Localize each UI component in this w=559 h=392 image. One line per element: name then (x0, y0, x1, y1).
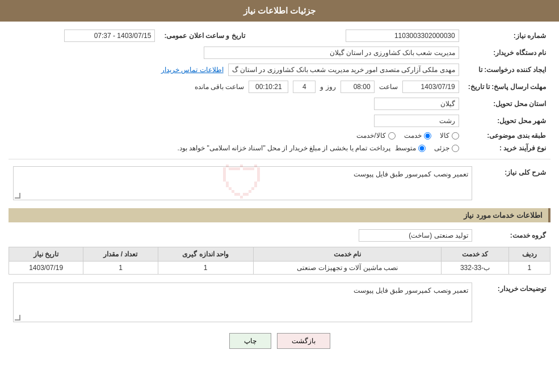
general-desc-row: شرح کلی نیاز: تعمیر ونصب کمپرسور طبق فای… (9, 164, 550, 203)
table-row: 1 ب-33-332 نصب ماشین آلات و تجهیزات صنعت… (9, 262, 550, 275)
purchase-jozi-label: جزئی (434, 144, 449, 152)
remaining-time-box: 00:10:21 (249, 81, 288, 93)
delivery-province-value: گیلان (9, 95, 464, 112)
need-number-label: شماره نیاز: (464, 27, 550, 44)
col-date: تاریخ نیاز (9, 247, 83, 262)
need-number-row: شماره نیاز: 1103003302000030 تاریخ و ساع… (9, 27, 550, 44)
delivery-city-value: رشت (9, 112, 464, 129)
category-radio-kala-khedmat[interactable] (388, 132, 396, 140)
buyer-desc-table: توضیحات خریدار: تعمیر ونصب کمپرسور طبق ف… (9, 280, 550, 324)
announce-time-label: تاریخ و ساعت اعلان عمومی: (159, 27, 249, 44)
response-day-label: روز و (320, 83, 335, 91)
col-service-name: نام خدمت (253, 247, 442, 262)
service-group-box: تولید صنعتی (ساخت) (359, 229, 472, 242)
category-radio-kala[interactable] (452, 132, 459, 140)
services-section-title: اطلاعات خدمات مورد نیاز (9, 208, 550, 222)
request-creator-box: مهدی ملکی آزارکی متصدی امور خرید مدیریت … (228, 64, 459, 76)
page-title: جزئیات اطلاعات نیاز (243, 6, 316, 15)
col-service-code: کد خدمت (442, 247, 508, 262)
request-creator-value: مهدی ملکی آزارکی متصدی امور خرید مدیریت … (9, 61, 464, 78)
purchase-type-option-mottavaset: متوسط (395, 144, 426, 152)
general-desc-container: تعمیر ونصب کمپرسور طبق فایل پیوست 🛡 (13, 166, 472, 200)
back-button[interactable]: بازگشت (277, 333, 330, 349)
delivery-province-row: استان محل تحویل: گیلان (9, 95, 550, 112)
category-khedmat-label: خدمت (404, 132, 422, 140)
category-kala-khedmat-label: کالا/خدمت (356, 132, 385, 140)
response-time-box: 08:00 (341, 81, 375, 93)
general-desc-label: شرح کلی نیاز: (477, 164, 550, 203)
remaining-label: ساعت باقی مانده (195, 83, 245, 91)
services-table-head: ردیف کد خدمت نام خدمت واحد اندازه گیری ت… (9, 247, 550, 262)
buyer-desc-row: توضیحات خریدار: تعمیر ونصب کمپرسور طبق ف… (9, 280, 550, 324)
service-name-cell: نصب ماشین آلات و تجهیزات صنعتی (253, 262, 442, 275)
purchase-type-radio-jozi[interactable] (452, 145, 459, 152)
buyer-desc-box: تعمیر ونصب کمپرسور طبق فایل پیوست (13, 283, 472, 322)
main-info-table: شماره نیاز: 1103003302000030 تاریخ و ساع… (9, 27, 550, 154)
service-group-table: گروه خدمت: تولید صنعتی (ساخت) (9, 227, 550, 244)
page-wrapper: جزئیات اطلاعات نیاز شماره نیاز: 11030033… (0, 0, 559, 392)
date-cell: 1403/07/19 (9, 262, 83, 275)
response-deadline-value: 1403/07/19 ساعت 08:00 روز و 4 00:10:21 س… (9, 78, 464, 95)
unit-cell: 1 (158, 262, 253, 275)
general-desc-text: تعمیر ونصب کمپرسور طبق فایل پیوست (354, 170, 468, 178)
delivery-city-row: شهر محل تحویل: رشت (9, 112, 550, 129)
delivery-city-label: شهر محل تحویل: (464, 112, 550, 129)
purchase-type-label: نوع فرآیند خرید : (464, 142, 550, 154)
general-desc-box: تعمیر ونصب کمپرسور طبق فایل پیوست 🛡 (13, 166, 472, 200)
watermark: 🛡 (220, 157, 266, 209)
buyer-org-row: نام دستگاه خریدار: مدیریت شعب بانک کشاور… (9, 44, 550, 61)
category-radio-group: کالا خدمت کالا/خدمت (13, 132, 459, 140)
buyer-org-box: مدیریت شعب بانک کشاورزی در استان گیلان (204, 47, 459, 59)
buyer-desc-container: تعمیر ونصب کمپرسور طبق فایل پیوست (13, 283, 472, 322)
separator-1 (9, 159, 550, 159)
request-creator-row: ایجاد کننده درخواست: تا مهدی ملکی آزارکی… (9, 61, 550, 78)
announce-time-box: 1403/07/15 - 07:37 (64, 29, 155, 42)
response-deadline-label: مهلت ارسال پاسخ: تا تاریخ: (464, 78, 550, 95)
purchase-type-radio-group: جزئی متوسط (395, 144, 459, 152)
services-table: ردیف کد خدمت نام خدمت واحد اندازه گیری ت… (9, 247, 550, 275)
buyer-desc-text: تعمیر ونصب کمپرسور طبق فایل پیوست (354, 286, 468, 294)
purchase-type-option-jozi: جزئی (434, 144, 459, 152)
col-unit: واحد اندازه گیری (158, 247, 253, 262)
purchase-type-radio-mottavaset[interactable] (418, 145, 426, 152)
service-code-cell: ب-33-332 (442, 262, 508, 275)
response-date-box: 1403/07/19 (402, 81, 459, 93)
request-creator-label: ایجاد کننده درخواست: تا (464, 61, 550, 78)
deadline-row-flex: 1403/07/19 ساعت 08:00 روز و 4 00:10:21 س… (13, 81, 459, 93)
purchase-note: پرداخت تمام یا بخشی از مبلغ خریدار از مح… (177, 144, 390, 152)
category-label: طبقه بندی موضوعی: (464, 129, 550, 142)
response-days-box: 4 (293, 81, 316, 93)
print-button[interactable]: چاپ (229, 333, 271, 349)
delivery-province-box: گیلان (374, 98, 459, 110)
response-deadline-row: مهلت ارسال پاسخ: تا تاریخ: 1403/07/19 سا… (9, 78, 550, 95)
need-number-value: 1103003302000030 (278, 27, 464, 44)
general-desc-value: تعمیر ونصب کمپرسور طبق فایل پیوست 🛡 (9, 164, 477, 203)
buyer-desc-resize-handle[interactable] (15, 315, 20, 321)
buyer-org-label: نام دستگاه خریدار: (464, 44, 550, 61)
category-option-kala: کالا (440, 132, 459, 140)
category-option-kala-khedmat: کالا/خدمت (356, 132, 395, 140)
purchase-mottavaset-label: متوسط (395, 144, 416, 152)
delivery-province-label: استان محل تحویل: (464, 95, 550, 112)
resize-handle[interactable] (15, 193, 20, 199)
contact-info-link[interactable]: اطلاعات تماس خریدار (161, 66, 224, 74)
buyer-desc-value: تعمیر ونصب کمپرسور طبق فایل پیوست (9, 280, 477, 324)
purchase-type-row: نوع فرآیند خرید : جزئی متوسط (9, 142, 550, 154)
response-time-label: ساعت (379, 83, 398, 91)
category-option-khedmat: خدمت (404, 132, 431, 140)
purchase-type-flex: جزئی متوسط پرداخت تمام یا بخشی از مبلغ خ… (13, 144, 459, 152)
buttons-row: بازگشت چاپ (9, 333, 550, 349)
col-row-num: ردیف (508, 247, 550, 262)
service-group-row: گروه خدمت: تولید صنعتی (ساخت) (9, 227, 550, 244)
general-desc-table: شرح کلی نیاز: تعمیر ونصب کمپرسور طبق فای… (9, 164, 550, 203)
quantity-cell: 1 (83, 262, 158, 275)
buyer-desc-label: توضیحات خریدار: (477, 280, 550, 324)
buyer-org-value: مدیریت شعب بانک کشاورزی در استان گیلان (9, 44, 464, 61)
row-num-cell: 1 (508, 262, 550, 275)
announce-time-value: 1403/07/15 - 07:37 (9, 27, 159, 44)
category-options: کالا خدمت کالا/خدمت (9, 129, 464, 142)
services-table-header-row: ردیف کد خدمت نام خدمت واحد اندازه گیری ت… (9, 247, 550, 262)
category-radio-khedmat[interactable] (424, 132, 431, 140)
content-area: شماره نیاز: 1103003302000030 تاریخ و ساع… (0, 22, 559, 363)
creator-row-flex: مهدی ملکی آزارکی متصدی امور خرید مدیریت … (13, 64, 459, 76)
